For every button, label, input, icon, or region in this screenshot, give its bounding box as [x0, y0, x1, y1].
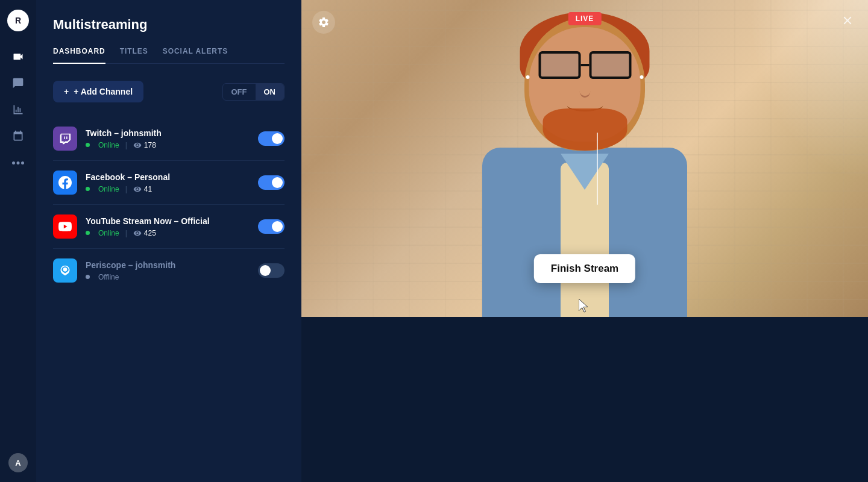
channel-item-periscope: Periscope – johnsmith Offline — [53, 249, 285, 292]
settings-button[interactable] — [312, 11, 335, 34]
facebook-separator: | — [125, 185, 127, 193]
periscope-channel-meta: Offline — [86, 273, 250, 281]
twitch-channel-info: Twitch – johnsmith Online | 178 — [86, 128, 250, 149]
sidebar-item-calendar[interactable] — [7, 125, 29, 147]
svg-point-0 — [12, 161, 15, 164]
periscope-channel-name: Periscope – johnsmith — [86, 260, 250, 270]
left-panel: Multistreaming DASHBOARD TITLES SOCIAL A… — [36, 0, 301, 482]
twitch-viewer-count: 178 — [144, 141, 156, 149]
facebook-channel-meta: Online | 41 — [86, 185, 250, 193]
toolbar: + + Add Channel OFF ON — [53, 81, 285, 102]
page-title: Multistreaming — [53, 17, 285, 33]
finish-stream-button[interactable]: Finish Stream — [534, 254, 635, 283]
plus-icon: + — [64, 87, 69, 96]
periscope-status-text: Offline — [98, 273, 119, 281]
sidebar-item-chat[interactable] — [7, 72, 29, 94]
youtube-viewer-count: 425 — [144, 229, 156, 237]
tab-social-alerts[interactable]: SOCIAL ALERTS — [163, 47, 228, 64]
facebook-toggle[interactable] — [258, 175, 285, 190]
tab-dashboard[interactable]: DASHBOARD — [53, 47, 105, 64]
channel-item-facebook: Facebook – Personal Online | 41 — [53, 161, 285, 205]
youtube-channel-icon — [53, 214, 77, 239]
video-bottom-panel — [301, 317, 868, 482]
video-panel: LIVE Finish Stream — [301, 0, 868, 482]
sidebar: R A — [0, 0, 36, 482]
twitch-status-dot — [86, 143, 90, 147]
svg-point-3 — [63, 268, 68, 272]
youtube-channel-name: YouTube Stream Now – Official — [86, 216, 250, 226]
twitch-channel-meta: Online | 178 — [86, 141, 250, 149]
facebook-channel-name: Facebook – Personal — [86, 172, 250, 182]
toggle-off-option[interactable]: OFF — [223, 84, 256, 100]
live-badge: LIVE — [568, 12, 602, 25]
youtube-viewers: 425 — [133, 229, 156, 237]
sidebar-item-video[interactable] — [7, 46, 29, 67]
tab-titles[interactable]: TITLES — [120, 47, 148, 64]
youtube-channel-meta: Online | 425 — [86, 229, 250, 237]
channel-list: Twitch – johnsmith Online | 178 — [53, 117, 285, 292]
twitch-viewers: 178 — [133, 141, 156, 149]
close-button[interactable] — [838, 11, 857, 30]
twitch-separator: | — [125, 141, 127, 149]
svg-point-1 — [17, 161, 20, 164]
video-area: LIVE Finish Stream — [301, 0, 868, 317]
youtube-channel-info: YouTube Stream Now – Official Online | 4… — [86, 216, 250, 237]
onoff-toggle-group: OFF ON — [222, 83, 285, 101]
sidebar-item-more[interactable] — [7, 152, 29, 174]
periscope-channel-icon — [53, 258, 77, 283]
twitch-channel-icon — [53, 127, 77, 151]
facebook-channel-icon — [53, 171, 77, 195]
periscope-channel-info: Periscope – johnsmith Offline — [86, 260, 250, 281]
youtube-toggle[interactable] — [258, 219, 285, 234]
app-logo[interactable]: R — [7, 10, 29, 31]
youtube-status-text: Online — [98, 229, 119, 237]
periscope-status-dot — [86, 275, 90, 279]
add-channel-label: + Add Channel — [74, 87, 133, 96]
svg-point-2 — [21, 161, 24, 164]
twitch-toggle[interactable] — [258, 131, 285, 146]
youtube-status-dot — [86, 231, 90, 235]
youtube-separator: | — [125, 229, 127, 237]
periscope-toggle[interactable] — [258, 263, 285, 278]
twitch-channel-name: Twitch – johnsmith — [86, 128, 250, 138]
facebook-status-text: Online — [98, 185, 119, 193]
channel-item-youtube: YouTube Stream Now – Official Online | 4… — [53, 205, 285, 249]
twitch-status-text: Online — [98, 141, 119, 149]
sidebar-item-analytics[interactable] — [7, 99, 29, 120]
facebook-channel-info: Facebook – Personal Online | 41 — [86, 172, 250, 193]
facebook-status-dot — [86, 187, 90, 191]
facebook-viewer-count: 41 — [144, 185, 152, 193]
add-channel-button[interactable]: + + Add Channel — [53, 81, 143, 102]
tab-bar: DASHBOARD TITLES SOCIAL ALERTS — [53, 47, 285, 64]
channel-item-twitch: Twitch – johnsmith Online | 178 — [53, 117, 285, 161]
facebook-viewers: 41 — [133, 185, 152, 193]
toggle-on-option[interactable]: ON — [256, 84, 285, 100]
user-avatar[interactable]: A — [8, 453, 28, 472]
